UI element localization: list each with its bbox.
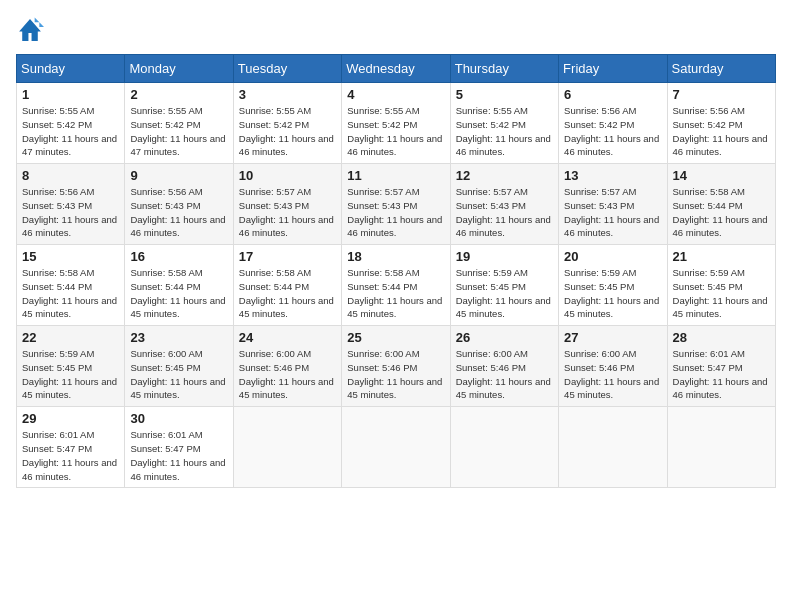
calendar-cell: [233, 407, 341, 488]
week-row-1: 1 Sunrise: 5:55 AM Sunset: 5:42 PM Dayli…: [17, 83, 776, 164]
day-number: 9: [130, 168, 227, 183]
day-number: 3: [239, 87, 336, 102]
calendar-cell: 12 Sunrise: 5:57 AM Sunset: 5:43 PM Dayl…: [450, 164, 558, 245]
day-number: 10: [239, 168, 336, 183]
day-info: Sunrise: 5:55 AM Sunset: 5:42 PM Dayligh…: [239, 104, 336, 159]
day-info: Sunrise: 5:57 AM Sunset: 5:43 PM Dayligh…: [456, 185, 553, 240]
week-row-3: 15 Sunrise: 5:58 AM Sunset: 5:44 PM Dayl…: [17, 245, 776, 326]
day-info: Sunrise: 5:55 AM Sunset: 5:42 PM Dayligh…: [347, 104, 444, 159]
calendar-cell: 8 Sunrise: 5:56 AM Sunset: 5:43 PM Dayli…: [17, 164, 125, 245]
weekday-header-row: SundayMondayTuesdayWednesdayThursdayFrid…: [17, 55, 776, 83]
day-info: Sunrise: 5:59 AM Sunset: 5:45 PM Dayligh…: [673, 266, 770, 321]
calendar-cell: 21 Sunrise: 5:59 AM Sunset: 5:45 PM Dayl…: [667, 245, 775, 326]
calendar-cell: 13 Sunrise: 5:57 AM Sunset: 5:43 PM Dayl…: [559, 164, 667, 245]
calendar-cell: [559, 407, 667, 488]
day-info: Sunrise: 5:58 AM Sunset: 5:44 PM Dayligh…: [673, 185, 770, 240]
day-number: 26: [456, 330, 553, 345]
logo: [16, 16, 48, 44]
day-number: 17: [239, 249, 336, 264]
day-info: Sunrise: 5:56 AM Sunset: 5:43 PM Dayligh…: [22, 185, 119, 240]
day-number: 4: [347, 87, 444, 102]
calendar-cell: 10 Sunrise: 5:57 AM Sunset: 5:43 PM Dayl…: [233, 164, 341, 245]
week-row-2: 8 Sunrise: 5:56 AM Sunset: 5:43 PM Dayli…: [17, 164, 776, 245]
day-info: Sunrise: 6:00 AM Sunset: 5:46 PM Dayligh…: [564, 347, 661, 402]
day-number: 25: [347, 330, 444, 345]
calendar-cell: 2 Sunrise: 5:55 AM Sunset: 5:42 PM Dayli…: [125, 83, 233, 164]
weekday-header-saturday: Saturday: [667, 55, 775, 83]
day-number: 2: [130, 87, 227, 102]
day-number: 30: [130, 411, 227, 426]
day-number: 5: [456, 87, 553, 102]
day-number: 16: [130, 249, 227, 264]
day-number: 18: [347, 249, 444, 264]
weekday-header-thursday: Thursday: [450, 55, 558, 83]
calendar-cell: 5 Sunrise: 5:55 AM Sunset: 5:42 PM Dayli…: [450, 83, 558, 164]
logo-icon: [16, 16, 44, 44]
day-info: Sunrise: 5:56 AM Sunset: 5:43 PM Dayligh…: [130, 185, 227, 240]
day-info: Sunrise: 5:58 AM Sunset: 5:44 PM Dayligh…: [347, 266, 444, 321]
calendar-cell: 1 Sunrise: 5:55 AM Sunset: 5:42 PM Dayli…: [17, 83, 125, 164]
day-info: Sunrise: 5:55 AM Sunset: 5:42 PM Dayligh…: [456, 104, 553, 159]
day-number: 8: [22, 168, 119, 183]
weekday-header-monday: Monday: [125, 55, 233, 83]
day-info: Sunrise: 5:55 AM Sunset: 5:42 PM Dayligh…: [22, 104, 119, 159]
calendar-cell: 6 Sunrise: 5:56 AM Sunset: 5:42 PM Dayli…: [559, 83, 667, 164]
day-info: Sunrise: 5:59 AM Sunset: 5:45 PM Dayligh…: [564, 266, 661, 321]
calendar-table: SundayMondayTuesdayWednesdayThursdayFrid…: [16, 54, 776, 488]
day-info: Sunrise: 5:57 AM Sunset: 5:43 PM Dayligh…: [347, 185, 444, 240]
page-header: [16, 16, 776, 44]
day-number: 28: [673, 330, 770, 345]
calendar-cell: 9 Sunrise: 5:56 AM Sunset: 5:43 PM Dayli…: [125, 164, 233, 245]
day-info: Sunrise: 5:56 AM Sunset: 5:42 PM Dayligh…: [673, 104, 770, 159]
day-number: 7: [673, 87, 770, 102]
calendar-cell: 26 Sunrise: 6:00 AM Sunset: 5:46 PM Dayl…: [450, 326, 558, 407]
day-number: 13: [564, 168, 661, 183]
calendar-cell: 29 Sunrise: 6:01 AM Sunset: 5:47 PM Dayl…: [17, 407, 125, 488]
day-number: 21: [673, 249, 770, 264]
day-number: 11: [347, 168, 444, 183]
weekday-header-sunday: Sunday: [17, 55, 125, 83]
calendar-cell: 4 Sunrise: 5:55 AM Sunset: 5:42 PM Dayli…: [342, 83, 450, 164]
week-row-5: 29 Sunrise: 6:01 AM Sunset: 5:47 PM Dayl…: [17, 407, 776, 488]
day-info: Sunrise: 5:59 AM Sunset: 5:45 PM Dayligh…: [456, 266, 553, 321]
day-info: Sunrise: 6:01 AM Sunset: 5:47 PM Dayligh…: [22, 428, 119, 483]
day-number: 20: [564, 249, 661, 264]
calendar-cell: 28 Sunrise: 6:01 AM Sunset: 5:47 PM Dayl…: [667, 326, 775, 407]
calendar-cell: 3 Sunrise: 5:55 AM Sunset: 5:42 PM Dayli…: [233, 83, 341, 164]
day-number: 1: [22, 87, 119, 102]
svg-marker-1: [35, 18, 44, 27]
calendar-cell: 11 Sunrise: 5:57 AM Sunset: 5:43 PM Dayl…: [342, 164, 450, 245]
day-number: 24: [239, 330, 336, 345]
day-info: Sunrise: 5:56 AM Sunset: 5:42 PM Dayligh…: [564, 104, 661, 159]
day-number: 23: [130, 330, 227, 345]
day-info: Sunrise: 6:00 AM Sunset: 5:45 PM Dayligh…: [130, 347, 227, 402]
week-row-4: 22 Sunrise: 5:59 AM Sunset: 5:45 PM Dayl…: [17, 326, 776, 407]
day-info: Sunrise: 5:59 AM Sunset: 5:45 PM Dayligh…: [22, 347, 119, 402]
calendar-cell: [450, 407, 558, 488]
calendar-cell: 27 Sunrise: 6:00 AM Sunset: 5:46 PM Dayl…: [559, 326, 667, 407]
day-info: Sunrise: 5:58 AM Sunset: 5:44 PM Dayligh…: [130, 266, 227, 321]
day-number: 15: [22, 249, 119, 264]
calendar-cell: 22 Sunrise: 5:59 AM Sunset: 5:45 PM Dayl…: [17, 326, 125, 407]
calendar-cell: 19 Sunrise: 5:59 AM Sunset: 5:45 PM Dayl…: [450, 245, 558, 326]
day-info: Sunrise: 5:57 AM Sunset: 5:43 PM Dayligh…: [564, 185, 661, 240]
weekday-header-tuesday: Tuesday: [233, 55, 341, 83]
day-info: Sunrise: 6:01 AM Sunset: 5:47 PM Dayligh…: [673, 347, 770, 402]
calendar-cell: 16 Sunrise: 5:58 AM Sunset: 5:44 PM Dayl…: [125, 245, 233, 326]
day-number: 22: [22, 330, 119, 345]
day-number: 12: [456, 168, 553, 183]
day-number: 29: [22, 411, 119, 426]
calendar-cell: 23 Sunrise: 6:00 AM Sunset: 5:45 PM Dayl…: [125, 326, 233, 407]
calendar-cell: 25 Sunrise: 6:00 AM Sunset: 5:46 PM Dayl…: [342, 326, 450, 407]
day-info: Sunrise: 5:55 AM Sunset: 5:42 PM Dayligh…: [130, 104, 227, 159]
day-info: Sunrise: 5:58 AM Sunset: 5:44 PM Dayligh…: [22, 266, 119, 321]
day-number: 14: [673, 168, 770, 183]
calendar-cell: 18 Sunrise: 5:58 AM Sunset: 5:44 PM Dayl…: [342, 245, 450, 326]
calendar-cell: 30 Sunrise: 6:01 AM Sunset: 5:47 PM Dayl…: [125, 407, 233, 488]
calendar-cell: 7 Sunrise: 5:56 AM Sunset: 5:42 PM Dayli…: [667, 83, 775, 164]
day-info: Sunrise: 6:01 AM Sunset: 5:47 PM Dayligh…: [130, 428, 227, 483]
day-info: Sunrise: 6:00 AM Sunset: 5:46 PM Dayligh…: [456, 347, 553, 402]
calendar-cell: [667, 407, 775, 488]
weekday-header-friday: Friday: [559, 55, 667, 83]
day-info: Sunrise: 6:00 AM Sunset: 5:46 PM Dayligh…: [239, 347, 336, 402]
